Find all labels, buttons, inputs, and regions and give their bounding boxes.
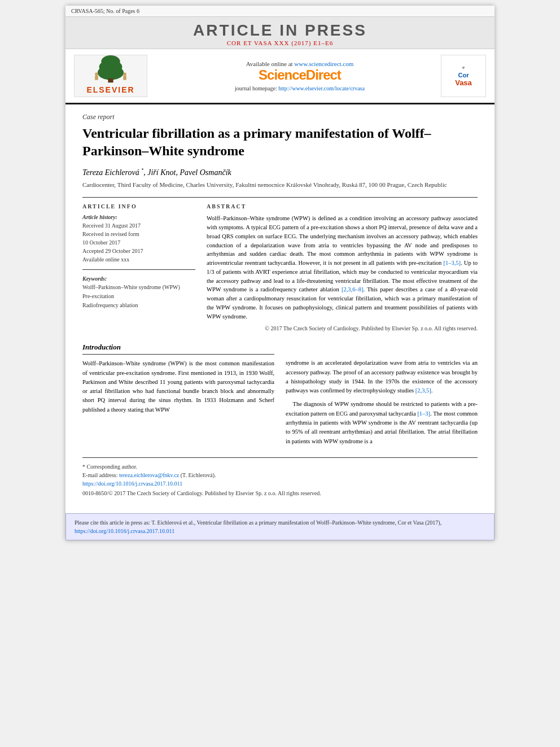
keyword-1: Wolff–Parkinson–White syndrome (WPW): [82, 283, 195, 292]
doi-link-footnote: https://doi.org/10.1016/j.crvasa.2017.10…: [82, 479, 478, 488]
footer-copyright: 0010-8650/© 2017 The Czech Society of Ca…: [82, 490, 478, 496]
sciencedirect-title: ScienceDirect: [159, 67, 441, 83]
intro-left-text: Wolff–Parkinson–White syndrome (WPW) is …: [82, 359, 274, 414]
journal-header: ELSEVIER Available online at www.science…: [65, 49, 495, 104]
svg-point-6: [123, 73, 126, 76]
ref-link-2[interactable]: [2,3,6–8]: [342, 286, 364, 292]
elsevier-logo: ELSEVIER: [74, 55, 147, 97]
top-bar: CRVASA-565; No. of Pages 6: [65, 6, 495, 17]
elsevier-text: ELSEVIER: [86, 85, 134, 94]
main-content: Case report Ventricular fibrillation as …: [65, 104, 495, 505]
intro-right-text-2: The diagnosis of WPW syndrome should be …: [286, 400, 478, 445]
elsevier-tree-icon: [85, 55, 136, 84]
received-date: Received 31 August 2017: [82, 221, 195, 230]
abstract-body: Wolff–Parkinson–White syndrome (WPW) is …: [207, 214, 478, 321]
paper-id: CRVASA-565; No. of Pages 6: [71, 8, 139, 14]
keywords-list: Wolff–Parkinson–White syndrome (WPW) Pre…: [82, 283, 195, 310]
abstract-heading: ABSTRACT: [207, 203, 478, 209]
article-category: Case report: [82, 113, 478, 121]
article-title: Ventricular fibrillation as a primary ma…: [82, 125, 478, 160]
body-section: Introduction Wolff–Parkinson–White syndr…: [82, 343, 478, 445]
svg-point-2: [98, 65, 124, 80]
email-suffix: (T. Eichlerová).: [181, 472, 216, 478]
body-left-col: Introduction Wolff–Parkinson–White syndr…: [82, 343, 274, 445]
authors-line: Tereza Eichlerová *, Jiří Knot, Pavel Os…: [82, 168, 478, 177]
ref-link-4[interactable]: [1–3]: [417, 410, 430, 417]
keyword-3: Radiofrequency ablation: [82, 301, 195, 310]
body-right-col: syndrome is an accelerated depolarizatio…: [286, 343, 478, 445]
doi-line: COR ET VASA XXX (2017) E1–E6: [65, 40, 495, 46]
footnote-area: * Corresponding author. E-mail address: …: [82, 457, 478, 496]
ref-link-1[interactable]: [1–3,5]: [443, 260, 461, 266]
article-info-heading: ARTICLE INFO: [82, 203, 195, 209]
sd-url[interactable]: www.sciencedirect.com: [294, 60, 353, 67]
svg-rect-3: [108, 78, 113, 82]
email-link[interactable]: tereza.eichlerova@fnkv.cz: [119, 472, 179, 478]
available-online: Available online xxx: [82, 255, 195, 264]
authors-text: Tereza Eichlerová *, Jiří Knot, Pavel Os…: [82, 168, 231, 177]
accepted-date: Accepted 29 October 2017: [82, 247, 195, 255]
body-two-col: Introduction Wolff–Parkinson–White syndr…: [82, 343, 478, 445]
svg-rect-7: [123, 76, 126, 80]
doi-link[interactable]: https://doi.org/10.1016/j.crvasa.2017.10…: [82, 480, 182, 487]
homepage-link[interactable]: http://www.elsevier.com/locate/crvasa: [278, 85, 365, 91]
revised-date: 10 October 2017: [82, 238, 195, 247]
history-label: Article history:: [82, 214, 195, 220]
email-label: E-mail address:: [82, 472, 117, 478]
citation-text: Please cite this article in press as: T.…: [75, 519, 441, 526]
revised-label: Received in revised form: [82, 230, 195, 238]
abstract-col: ABSTRACT Wolff–Parkinson–White syndrome …: [207, 203, 478, 331]
separator-2: [82, 269, 195, 270]
available-text: Available online at www.sciencedirect.co…: [159, 60, 441, 67]
article-in-press-banner: ARTICLE IN PRESS COR ET VASA XXX (2017) …: [65, 17, 495, 49]
info-abstract-section: ARTICLE INFO Article history: Received 3…: [82, 203, 478, 331]
banner-title: ARTICLE IN PRESS: [65, 21, 495, 40]
intro-heading: Introduction: [82, 343, 274, 355]
svg-rect-5: [95, 76, 98, 80]
affiliation: Cardiocenter, Third Faculty of Medicine,…: [82, 181, 478, 189]
page: CRVASA-565; No. of Pages 6 ARTICLE IN PR…: [65, 6, 495, 540]
ref-link-3[interactable]: [2,3,5]: [415, 387, 431, 394]
journal-homepage: journal homepage: http://www.elsevier.co…: [159, 85, 441, 91]
intro-right-text-1: syndrome is an accelerated depolarizatio…: [286, 359, 478, 395]
citation-link[interactable]: https://doi.org/10.1016/j.crvasa.2017.10…: [75, 528, 174, 534]
abstract-copyright: © 2017 The Czech Society of Cardiology. …: [207, 325, 478, 331]
article-info-col: ARTICLE INFO Article history: Received 3…: [82, 203, 195, 331]
corvasa-logo: ♥ Cor Vasa: [441, 55, 486, 97]
corvasa-vasa: Vasa: [455, 78, 472, 87]
email-note: E-mail address: tereza.eichlerova@fnkv.c…: [82, 471, 478, 479]
separator-1: [82, 197, 478, 198]
keywords-label: Keywords:: [82, 276, 195, 282]
keyword-2: Pre-excitation: [82, 292, 195, 301]
journal-middle: Available online at www.sciencedirect.co…: [159, 60, 441, 91]
corvasa-cor: Cor: [458, 72, 469, 78]
citation-bar: Please cite this article in press as: T.…: [65, 513, 495, 540]
corresponding-note: * Corresponding author.: [82, 462, 478, 471]
svg-point-4: [95, 73, 98, 76]
